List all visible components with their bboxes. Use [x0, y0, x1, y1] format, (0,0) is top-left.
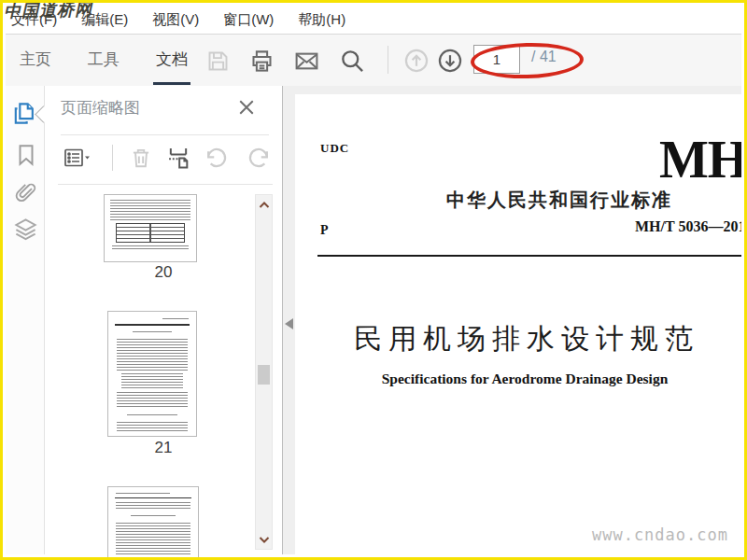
page-up-icon: [403, 48, 430, 74]
site-watermark-bottom: www.cndao.com: [592, 525, 728, 544]
thumbnail-label-20: 20: [45, 263, 282, 282]
scroll-down-icon: [259, 536, 270, 544]
pdf-reader-window: 文件(F) 编辑(E) 视图(V) 窗口(W) 帮助(H) 中国道桥网 主页 工…: [0, 0, 747, 560]
panel-close-button[interactable]: [235, 96, 258, 119]
close-icon: [238, 99, 255, 116]
document-gutter-top: [283, 86, 741, 94]
scrollbar-thumb[interactable]: [258, 365, 270, 385]
ribbon-tabs: 主页 工具 文档: [7, 35, 212, 86]
thumbnail-options-button[interactable]: [63, 144, 91, 172]
panel-toolbar-separator: [112, 145, 113, 171]
document-title: 民用机场排水设计规范: [295, 320, 741, 358]
panel-divider: [61, 134, 269, 135]
udc-label: UDC: [320, 141, 349, 156]
p-label: P: [320, 223, 329, 238]
menu-edit[interactable]: 编辑(E): [69, 11, 140, 29]
attachments-icon: [14, 181, 38, 205]
delete-icon: [129, 146, 153, 170]
rotate-left-button[interactable]: [202, 144, 230, 172]
thumbnail-page-21[interactable]: [107, 311, 197, 437]
delete-page-button[interactable]: [127, 144, 155, 172]
menu-help[interactable]: 帮助(H): [286, 11, 358, 29]
navigation-sidebar: [6, 86, 45, 554]
thumbnail-label-21: 21: [45, 439, 282, 457]
document-rule: [317, 255, 741, 257]
scroll-down-button[interactable]: [256, 532, 272, 547]
tab-home[interactable]: 主页: [7, 35, 63, 86]
sidebar-item-layers[interactable]: [13, 217, 38, 242]
rotate-right-button[interactable]: [245, 144, 273, 172]
document-page: UDC MH 中华人民共和国行业标准 P MH/T 5036—201 民用机场排…: [295, 94, 741, 554]
save-icon: [205, 49, 231, 74]
rotate-left-icon: [204, 146, 229, 171]
toolbar: 主页 工具 文档: [6, 35, 741, 86]
thumbnails-scrollbar[interactable]: [255, 194, 273, 550]
extract-page-button[interactable]: [164, 144, 192, 172]
sidebar-item-attachments[interactable]: [13, 180, 38, 205]
panel-divider-2: [58, 184, 273, 185]
print-button[interactable]: [247, 46, 276, 76]
next-page-button[interactable]: [435, 46, 465, 76]
toolbar-separator: [388, 46, 388, 74]
print-icon: [249, 49, 275, 74]
collapse-panel-icon[interactable]: [285, 318, 293, 329]
email-icon: [293, 48, 320, 75]
search-button[interactable]: [337, 46, 367, 76]
bookmarks-icon: [14, 143, 38, 167]
panel-title: 页面缩略图: [61, 97, 140, 119]
menu-view[interactable]: 视图(V): [140, 11, 211, 29]
email-button[interactable]: [291, 46, 321, 76]
page-number-input[interactable]: 1: [473, 45, 520, 74]
standard-number: MH/T 5036—201: [635, 218, 741, 235]
scroll-up-icon: [259, 201, 270, 209]
scroll-up-button[interactable]: [256, 197, 272, 212]
page-down-icon: [437, 48, 463, 74]
page-thumbnails-panel: 页面缩略图: [45, 86, 283, 554]
tab-tools[interactable]: 工具: [76, 35, 132, 86]
menu-window[interactable]: 窗口(W): [211, 11, 286, 29]
sidebar-item-bookmarks[interactable]: [13, 142, 38, 167]
standard-heading: 中华人民共和国行业标准: [446, 188, 672, 213]
layers-icon: [13, 217, 38, 242]
menu-bar: 文件(F) 编辑(E) 视图(V) 窗口(W) 帮助(H): [6, 6, 741, 34]
rotate-right-icon: [247, 146, 272, 171]
thumbnail-page-20[interactable]: [104, 194, 197, 262]
page-total-label: / 41: [531, 49, 557, 65]
thumbnail-options-icon: [63, 146, 91, 170]
document-subtitle: Specifications for Aerodrome Drainage De…: [295, 371, 741, 387]
menu-file[interactable]: 文件(F): [0, 11, 69, 29]
save-button[interactable]: [203, 46, 233, 76]
previous-page-button[interactable]: [402, 46, 431, 76]
extract-page-icon: [165, 145, 191, 171]
mh-logo: MH: [659, 133, 741, 186]
search-icon: [339, 48, 365, 74]
tab-document[interactable]: 文档: [144, 35, 200, 86]
thumbnail-page-22[interactable]: [107, 486, 199, 559]
